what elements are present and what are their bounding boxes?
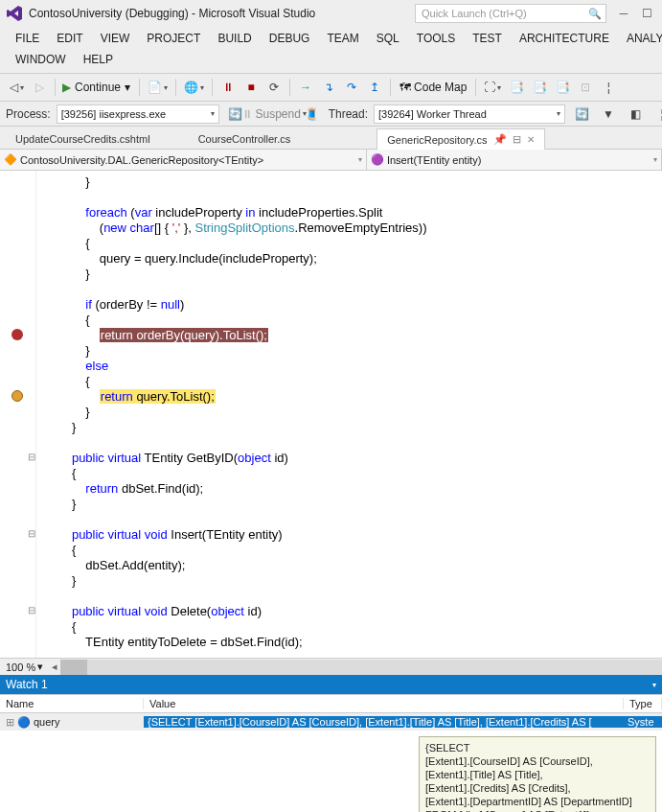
thread-combo[interactable]: [39264] Worker Thread ▾	[374, 104, 565, 124]
menu-project[interactable]: PROJECT	[139, 29, 208, 48]
zoom-combo[interactable]: 100 % ▾	[0, 661, 49, 673]
process-label: Process:	[6, 107, 51, 121]
show-next-stmt-button[interactable]: →	[295, 77, 316, 98]
play-icon: ▶	[62, 81, 71, 94]
suspend-label: Suspend	[256, 107, 301, 121]
debug-context-toolbar: Process: [39256] iisexpress.exe ▾ 🔄 ⏸ Su…	[0, 102, 662, 127]
toolbar-overflow[interactable]: ¦	[651, 104, 662, 125]
watch-header[interactable]: Watch 1 ▾	[0, 675, 662, 694]
step-over-button[interactable]: ↷	[341, 77, 362, 98]
menu-file[interactable]: FILE	[8, 29, 47, 48]
pause-button[interactable]: ⏸	[217, 77, 239, 98]
watch-body[interactable]: {SELECT [Extent1].[CourseID] AS [CourseI…	[0, 731, 662, 812]
watch-value: {SELECT [Extent1].[CourseID] AS [CourseI…	[144, 716, 624, 728]
codemap-label: Code Map	[414, 81, 467, 94]
current-line-icon	[11, 390, 23, 402]
pin-icon[interactable]: 📌	[493, 133, 507, 146]
col-type[interactable]: Type	[624, 698, 662, 709]
menu-window[interactable]: WINDOW	[8, 50, 74, 69]
new-item-button[interactable]: 📄▾	[145, 77, 171, 98]
col-value[interactable]: Value	[144, 698, 624, 709]
type-nav-combo[interactable]: 🔶 ContosoUniversity.DAL.GenericRepositor…	[0, 150, 367, 170]
menu-test[interactable]: TEST	[465, 29, 510, 48]
menu-sql[interactable]: SQL	[369, 29, 407, 48]
search-icon: 🔍	[588, 8, 602, 20]
codemap-button[interactable]: 🗺 Code Map	[396, 77, 470, 98]
flag-button[interactable]: ▼	[598, 104, 619, 125]
toolbar-separator	[212, 79, 213, 96]
preview-icon[interactable]: ⊟	[513, 133, 521, 146]
step-into-button[interactable]: ↴	[318, 77, 339, 98]
nav-back-button[interactable]: ◁▾	[6, 77, 27, 98]
menu-team[interactable]: TEAM	[319, 29, 366, 48]
tab-genericrepository[interactable]: GenericRepository.cs 📌 ⊟ ✕	[377, 128, 544, 150]
menu-debug[interactable]: DEBUG	[262, 29, 318, 48]
toolbar-separator	[289, 79, 290, 96]
tool-button[interactable]: 📑	[529, 77, 550, 98]
method-icon: 🟣	[371, 153, 384, 166]
member-nav-combo[interactable]: 🟣 Insert(TEntity entity) ▾	[367, 150, 662, 170]
code-text[interactable]: } foreach (var includeProperty in includ…	[36, 171, 662, 658]
restart-button[interactable]: ⟳	[263, 77, 285, 98]
collapse-icon[interactable]: ⊟	[27, 605, 36, 615]
chevron-down-icon: ▾	[653, 155, 657, 164]
chevron-down-icon: ▾	[358, 155, 362, 164]
process-combo[interactable]: [39256] iisexpress.exe ▾	[57, 104, 219, 124]
menu-build[interactable]: BUILD	[210, 29, 259, 48]
menu-view[interactable]: VIEW	[93, 29, 138, 48]
type-nav-label: ContosoUniversity.DAL.GenericRepository<…	[20, 154, 263, 166]
watch-panel: Watch 1 ▾ Name Value Type ⊞ 🔵 query {SEL…	[0, 675, 662, 812]
menu-help[interactable]: HELP	[76, 50, 121, 69]
quick-launch-placeholder: Quick Launch (Ctrl+Q)	[422, 8, 588, 19]
stop-button[interactable]: ■	[240, 77, 262, 98]
scrollbar-thumb[interactable]	[60, 660, 87, 675]
menu-bar: FILE EDIT VIEW PROJECT BUILD DEBUG TEAM …	[0, 27, 662, 50]
tab-label: GenericRepository.cs	[387, 134, 487, 146]
thread-cycle-button[interactable]: 🔄	[571, 104, 592, 125]
menu-analyze[interactable]: ANALYZE	[619, 29, 662, 48]
tool-button[interactable]: 📑	[552, 77, 573, 98]
editor-gutter[interactable]: ⊟ ⊟ ⊟	[0, 171, 36, 658]
col-name[interactable]: Name	[0, 698, 144, 709]
menu-edit[interactable]: EDIT	[49, 29, 90, 48]
tool-button[interactable]: ⊡	[575, 77, 596, 98]
main-toolbar: ◁▾ ▷ ▶ Continue ▾ 📄▾ 🌐▾ ⏸ ■ ⟳ → ↴ ↷ ↥ 🗺 …	[0, 73, 662, 102]
menu-tools[interactable]: TOOLS	[409, 29, 463, 48]
menu-architecture[interactable]: ARCHITECTURE	[512, 29, 617, 48]
expand-icon[interactable]: ⊞	[6, 716, 14, 729]
chevron-down-icon: ▾	[37, 661, 43, 673]
panel-menu-icon[interactable]: ▾	[652, 681, 656, 689]
tool-button[interactable]: ⛶▾	[481, 77, 504, 98]
tab-coursecontroller[interactable]: CourseController.cs	[189, 129, 301, 149]
minimize-button[interactable]: ─	[612, 4, 635, 23]
scroll-left-button[interactable]: ◂	[49, 661, 60, 673]
collapse-icon[interactable]: ⊟	[27, 528, 36, 539]
toolbar-overflow[interactable]: ¦	[598, 77, 619, 98]
vs-logo-icon	[4, 3, 25, 24]
close-tab-button[interactable]: ✕	[527, 134, 535, 145]
class-icon: 🔶	[4, 153, 17, 166]
breakpoint-icon[interactable]	[11, 329, 23, 340]
step-out-button[interactable]: ↥	[364, 77, 385, 98]
chevron-down-icon: ▾	[125, 81, 130, 94]
nav-fwd-button[interactable]: ▷	[29, 77, 50, 98]
thread-value: [39264] Worker Thread	[378, 108, 487, 120]
code-editor[interactable]: ⊟ ⊟ ⊟ } foreach (var includeProperty in …	[0, 171, 662, 658]
toolbar-separator	[175, 79, 176, 96]
toolbar-separator	[55, 79, 56, 96]
tool-button[interactable]: 📑	[506, 77, 527, 98]
watch-title: Watch 1	[6, 678, 48, 691]
continue-button[interactable]: ▶ Continue ▾	[60, 77, 134, 98]
editor-status-bar: 100 % ▾ ◂	[0, 658, 662, 675]
horizontal-scrollbar[interactable]	[60, 660, 662, 675]
suspend-button[interactable]: ⏸ Suspend ▾	[263, 104, 285, 125]
maximize-button[interactable]: ☐	[635, 4, 658, 23]
collapse-icon[interactable]: ⊟	[27, 452, 36, 462]
browser-button[interactable]: 🌐▾	[181, 77, 207, 98]
tab-updatecoursecredits[interactable]: UpdateCourseCredits.cshtml	[6, 129, 160, 149]
quick-launch-input[interactable]: Quick Launch (Ctrl+Q) 🔍	[415, 4, 606, 23]
window-title: ContosoUniversity (Debugging) - Microsof…	[25, 7, 415, 20]
title-bar: ContosoUniversity (Debugging) - Microsof…	[0, 0, 662, 27]
watch-row[interactable]: ⊞ 🔵 query {SELECT [Extent1].[CourseID] A…	[0, 713, 662, 731]
filter-button[interactable]: ◧	[625, 104, 646, 125]
